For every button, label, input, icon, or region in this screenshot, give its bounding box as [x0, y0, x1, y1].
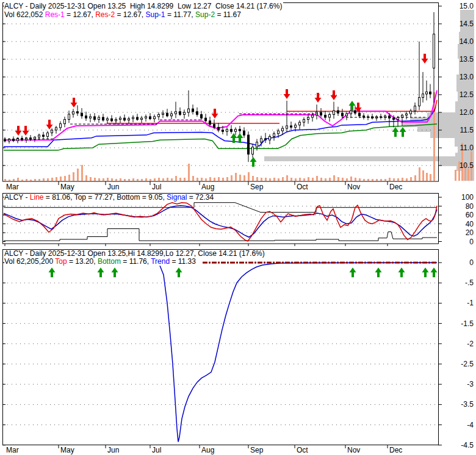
volume-trend-panel[interactable] — [3, 250, 439, 445]
candle-body — [226, 129, 228, 132]
price-header-line1: ALCY - Daily 2025-12-31 Open 13.25 High … — [4, 2, 283, 10]
volume-profile-bar — [459, 59, 474, 75]
sup1-label: Sup-1 — [146, 10, 165, 19]
volume-bar — [303, 178, 305, 181]
candle-body — [68, 114, 70, 120]
volume-bar — [380, 179, 382, 181]
price-panel[interactable] — [3, 3, 439, 182]
volume-profile-bar — [430, 132, 474, 138]
volume-bar — [201, 178, 203, 181]
candle-body — [188, 109, 190, 112]
candle-body — [137, 117, 139, 120]
res2-label: Res-2 — [95, 10, 115, 19]
volume-bar — [329, 178, 331, 181]
volume-bar — [231, 175, 233, 181]
volume-profile-bar — [458, 44, 474, 59]
volume-bar — [9, 180, 10, 181]
volume-bar — [422, 170, 424, 181]
candle-body — [325, 115, 326, 118]
margin-volume-bar — [461, 143, 463, 181]
sell-arrow-icon — [46, 120, 53, 129]
volume-bar — [355, 178, 356, 181]
volume-bar — [162, 178, 164, 181]
buy-arrow-icon — [400, 127, 406, 137]
volume-bar — [43, 178, 45, 181]
volume-profile-bar — [264, 156, 474, 161]
candle-body — [426, 92, 428, 94]
candle-body — [209, 121, 211, 125]
candle-body — [197, 112, 198, 115]
buy-arrow-icon — [112, 268, 118, 277]
candle-body — [397, 117, 399, 120]
candle-body — [222, 130, 224, 131]
candle-body — [299, 122, 301, 125]
candle-body — [342, 113, 344, 116]
buy-arrow-icon — [392, 127, 399, 137]
volume-bar — [132, 178, 134, 181]
candle-body — [329, 115, 331, 118]
volume-bar — [188, 164, 190, 181]
candle-body — [252, 147, 254, 155]
candle-body — [9, 139, 10, 141]
volume-bar — [226, 177, 228, 181]
candle-body — [337, 111, 339, 113]
volume-bar — [278, 178, 279, 181]
volume-bar — [273, 178, 275, 181]
res1-label: Res-1 — [45, 10, 65, 19]
osc-signal — [4, 206, 437, 238]
candle-body — [4, 140, 6, 141]
volume-bar — [346, 178, 348, 181]
volume-bar — [85, 175, 87, 181]
volume-bar — [367, 179, 369, 181]
sell-arrow-icon — [212, 109, 218, 118]
volume-bar — [145, 178, 147, 181]
volume-bar — [141, 179, 143, 181]
sell-arrow-icon — [284, 89, 290, 99]
volume-bar — [128, 179, 130, 181]
volume-bar — [239, 175, 241, 181]
sup2-value: = 11.67 — [215, 10, 241, 19]
candle-body — [248, 135, 250, 154]
volume-bar — [342, 178, 344, 181]
volume-bar — [154, 178, 156, 181]
sell-arrow-icon — [422, 54, 428, 64]
res2-value: = 12.67, — [115, 10, 145, 19]
chart-canvas[interactable] — [0, 0, 476, 455]
vol-trend-value: = 11.33 — [170, 257, 196, 266]
candle-body — [38, 135, 40, 137]
candle-body — [239, 129, 241, 131]
volume-bar — [209, 177, 211, 181]
osc-signal-value: = 72.34 — [187, 193, 214, 202]
candle-body — [422, 94, 424, 98]
candle-body — [350, 111, 352, 114]
candle-body — [90, 117, 92, 118]
volume-bar — [359, 178, 361, 181]
volume-bar — [26, 179, 27, 181]
candle-body — [243, 131, 245, 135]
volume-bar — [316, 176, 318, 181]
candle-body — [141, 118, 143, 119]
candle-body — [303, 120, 305, 123]
candle-body — [115, 120, 117, 121]
volume-bar — [81, 165, 83, 181]
margin-volume-bar — [455, 170, 456, 181]
candle-body — [265, 139, 267, 140]
volume-bar — [218, 177, 220, 181]
candle-body — [205, 118, 207, 121]
sell-arrow-icon — [331, 90, 337, 100]
candle-body — [214, 125, 215, 128]
volume-reading: Vol 622,052 — [4, 10, 45, 19]
volume-bar — [17, 178, 19, 181]
candle-body — [312, 115, 314, 118]
volume-bar — [397, 178, 399, 181]
volume-bar — [235, 173, 237, 181]
volume-bar — [384, 179, 386, 181]
vol-top-value: = 13.20, — [67, 257, 98, 266]
candle-body — [124, 118, 126, 120]
candle-body — [430, 92, 431, 94]
volume-bar — [34, 179, 36, 181]
candle-body — [192, 109, 194, 112]
candle-body — [389, 116, 391, 118]
vol-bottom-label: Bottom — [98, 257, 121, 266]
volume-bar — [179, 178, 181, 181]
